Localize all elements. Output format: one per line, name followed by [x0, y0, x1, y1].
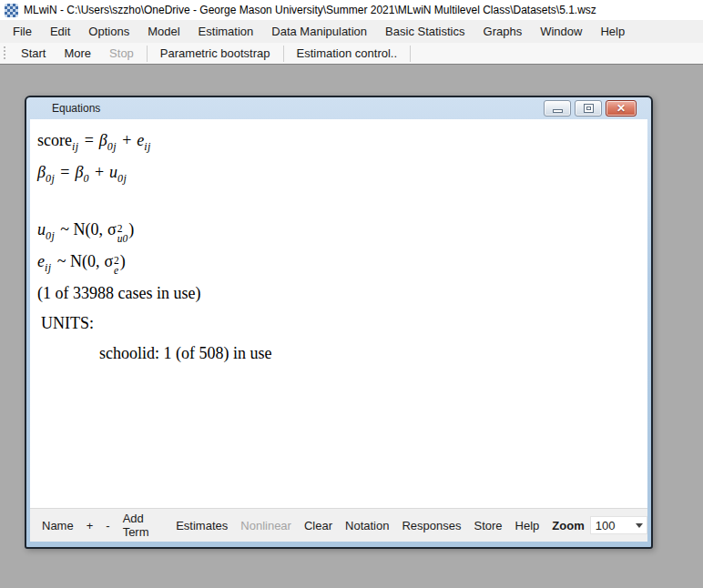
equation-spacer: [37, 189, 647, 215]
distribution-text: ~ N(0,: [57, 252, 100, 270]
menu-help[interactable]: Help: [591, 21, 634, 42]
toolbar-separator: [410, 46, 411, 62]
units-detail: schoolid: 1 (of 508) in use: [37, 339, 647, 369]
name-button[interactable]: Name: [36, 516, 80, 535]
maximize-button[interactable]: [575, 100, 602, 117]
responses-button[interactable]: Responses: [395, 516, 467, 535]
menu-window[interactable]: Window: [531, 21, 591, 42]
subscript: ij: [144, 140, 151, 153]
subscript: 0j: [117, 172, 127, 185]
equation-level1-model: scoreij=β0j+eij: [37, 126, 647, 157]
estimation-control-button[interactable]: Estimation control..: [288, 43, 407, 64]
residual-term: e: [37, 252, 45, 270]
clear-button[interactable]: Clear: [298, 516, 339, 535]
close-paren: ): [120, 252, 126, 270]
zoom-label: Zoom: [545, 516, 587, 535]
operator: +: [95, 163, 104, 181]
close-paren: ): [128, 220, 134, 238]
maximize-icon: [584, 104, 594, 113]
start-button[interactable]: Start: [12, 43, 55, 64]
units-label: UNITS:: [37, 309, 647, 339]
cases-in-use-text: (1 of 33988 cases in use): [37, 279, 647, 309]
menu-model[interactable]: Model: [138, 21, 188, 42]
store-button[interactable]: Store: [467, 516, 508, 535]
zoom-combobox[interactable]: 100: [590, 516, 647, 534]
toolbar-separator: [283, 46, 284, 62]
stop-button: Stop: [100, 43, 143, 64]
sigma-sup-sub: 2e: [114, 256, 119, 276]
subscript: 0: [83, 172, 89, 185]
more-button[interactable]: More: [55, 43, 100, 64]
equations-window: Equations ✕ scoreij=β0j+eij β0j=: [25, 96, 653, 549]
distribution-text: ~ N(0,: [60, 220, 103, 238]
subscript: 0j: [46, 172, 55, 185]
equations-window-titlebar[interactable]: Equations ✕: [26, 97, 651, 119]
app-title: MLwiN - C:\Users\szzho\OneDrive - George…: [24, 4, 596, 16]
menu-options[interactable]: Options: [79, 21, 138, 42]
menubar: File Edit Options Model Estimation Data …: [0, 20, 703, 43]
toolbar-grip-icon[interactable]: [3, 46, 7, 61]
equation-u-distribution: u0j~ N(0,σ2u0): [37, 215, 647, 247]
menu-graphs[interactable]: Graphs: [474, 21, 532, 42]
window-controls: ✕: [544, 100, 637, 117]
minus-button[interactable]: -: [99, 516, 116, 535]
toolbar-separator: [147, 46, 148, 62]
operator: =: [85, 131, 94, 149]
plus-button[interactable]: +: [80, 516, 100, 535]
beta-term: β: [99, 131, 107, 149]
menu-basic-statistics[interactable]: Basic Statistics: [376, 21, 474, 42]
subscript: ij: [45, 261, 52, 274]
menu-data-manipulation[interactable]: Data Manipulation: [262, 21, 376, 42]
sigma-symbol: σ: [104, 252, 113, 270]
subscript: 0j: [107, 140, 117, 153]
help-button[interactable]: Help: [509, 516, 546, 535]
sigma-sup-sub: 2u0: [117, 224, 128, 244]
equation-level2-model: β0j=β0+u0j: [37, 157, 647, 189]
menu-estimation[interactable]: Estimation: [189, 21, 263, 42]
equations-content: scoreij=β0j+eij β0j=β0+u0j u0j~ N(0,σ2u0…: [30, 119, 647, 508]
sigma-symbol: σ: [107, 220, 117, 238]
menu-file[interactable]: File: [4, 21, 41, 42]
operator: +: [122, 131, 131, 149]
random-effect-term: u: [37, 220, 46, 238]
subscript: ij: [72, 140, 79, 153]
zoom-value: 100: [596, 519, 616, 532]
random-effect-term: u: [109, 163, 117, 181]
mdi-client-area: Equations ✕ scoreij=β0j+eij β0j=: [0, 66, 703, 588]
equations-bottom-toolbar: Name + - Add Term Estimates Nonlinear Cl…: [30, 508, 647, 542]
equations-window-body: scoreij=β0j+eij β0j=β0+u0j u0j~ N(0,σ2u0…: [30, 119, 647, 542]
beta-term: β: [37, 163, 46, 181]
close-button[interactable]: ✕: [606, 100, 637, 117]
notation-button[interactable]: Notation: [339, 516, 395, 535]
chevron-down-icon: [636, 523, 643, 528]
parametric-bootstrap-button[interactable]: Parametric bootstrap: [151, 43, 280, 64]
estimation-toolbar: Start More Stop Parametric bootstrap Est…: [0, 43, 703, 65]
nonlinear-button: Nonlinear: [234, 516, 298, 535]
equations-window-title: Equations: [52, 102, 100, 115]
minimize-button[interactable]: [544, 100, 571, 117]
response-variable: score: [37, 131, 72, 149]
estimates-button[interactable]: Estimates: [169, 516, 234, 535]
operator: =: [60, 163, 69, 181]
app-icon: [5, 4, 18, 17]
close-icon: ✕: [616, 103, 626, 114]
add-term-button[interactable]: Add Term: [117, 509, 170, 542]
equation-e-distribution: eij~ N(0,σ2e): [37, 247, 647, 279]
app-titlebar[interactable]: MLwiN - C:\Users\szzho\OneDrive - George…: [0, 0, 703, 20]
minimize-icon: [553, 109, 563, 113]
menu-edit[interactable]: Edit: [41, 21, 79, 42]
subscript: 0j: [46, 229, 55, 242]
